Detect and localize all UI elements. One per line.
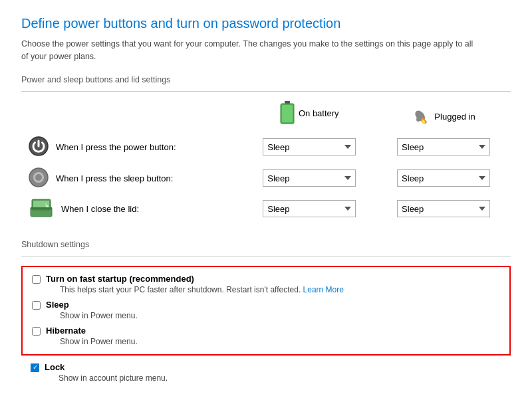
table-row: When I press the sleep button: Do nothin… — [21, 163, 511, 194]
lock-item: Lock Show in account picture menu. — [21, 362, 511, 383]
plugged-select-row2[interactable]: Do nothingSleepHibernateShut downTurn of… — [397, 200, 490, 217]
section2-title: Shutdown settings — [21, 240, 511, 249]
svg-point-11 — [35, 174, 42, 181]
power-icon — [28, 136, 49, 157]
row-label: When I press the power button: — [21, 136, 242, 159]
plugged-select-row1[interactable]: Do nothingSleepHibernateShut downTurn of… — [397, 169, 490, 187]
lid-button-icon — [28, 198, 55, 220]
pluggedin-icon — [412, 108, 430, 126]
power-button-icon — [28, 136, 49, 159]
section1-divider — [21, 91, 511, 92]
sleep-icon — [28, 167, 49, 188]
battery-select-row0[interactable]: Do nothingSleepHibernateShut downTurn of… — [263, 138, 356, 155]
sleep-button-icon — [28, 167, 49, 190]
fast_startup-desc: This helps start your PC faster after sh… — [60, 285, 344, 294]
battery-icon — [280, 101, 295, 126]
lock-checkbox[interactable] — [31, 363, 39, 372]
plugged-select-row0[interactable]: Do nothingSleepHibernateShut downTurn of… — [397, 138, 490, 155]
battery-header: On battery — [242, 101, 376, 126]
lock-label: Lock — [45, 362, 168, 372]
page-description: Choose the power settings that you want … — [21, 38, 473, 63]
table-row: When I close the lid: Do nothingSleepHib… — [21, 194, 511, 224]
section2-divider — [21, 256, 511, 256]
svg-rect-2 — [282, 105, 293, 122]
shutdown-item-hibernate: Hibernate Show in Power menu. — [32, 326, 500, 346]
lid-icon — [28, 198, 55, 218]
hibernate-label: Hibernate — [46, 326, 138, 336]
learn-more-link[interactable]: Learn More — [303, 285, 344, 294]
sleep-desc: Show in Power menu. — [60, 311, 138, 320]
pluggedin-header: Plugged in — [376, 108, 511, 126]
battery-select-row1[interactable]: Do nothingSleepHibernateShut downTurn of… — [263, 169, 356, 187]
shutdown-item-fast_startup: Turn on fast startup (recommended) This … — [32, 274, 500, 294]
battery-label: On battery — [299, 108, 339, 118]
svg-rect-15 — [31, 207, 52, 209]
shutdown-section: Shutdown settings Turn on fast startup (… — [21, 240, 511, 383]
battery-select-row2[interactable]: Do nothingSleepHibernateShut downTurn of… — [263, 200, 356, 217]
sleep-checkbox[interactable] — [32, 301, 41, 310]
row-label: When I close the lid: — [21, 198, 242, 220]
hibernate-desc: Show in Power menu. — [60, 337, 138, 346]
page-title: Define power buttons and turn on passwor… — [21, 16, 511, 31]
power-settings-table: On battery Plugged in — [21, 101, 511, 224]
svg-rect-0 — [285, 101, 290, 104]
shutdown-item-sleep: Sleep Show in Power menu. — [32, 300, 500, 320]
shutdown-box: Turn on fast startup (recommended) This … — [21, 266, 511, 356]
pluggedin-label: Plugged in — [434, 112, 475, 122]
section1-title: Power and sleep buttons and lid settings — [21, 75, 511, 84]
fast_startup-label: Turn on fast startup (recommended) — [46, 274, 344, 284]
svg-point-4 — [416, 118, 420, 122]
lock-desc: Show in account picture menu. — [59, 373, 168, 383]
table-row: When I press the power button: Do nothin… — [21, 132, 511, 163]
sleep-label: Sleep — [46, 300, 138, 310]
hibernate-checkbox[interactable] — [32, 327, 41, 336]
fast_startup-checkbox[interactable] — [32, 275, 41, 284]
row-label: When I press the sleep button: — [21, 167, 242, 190]
